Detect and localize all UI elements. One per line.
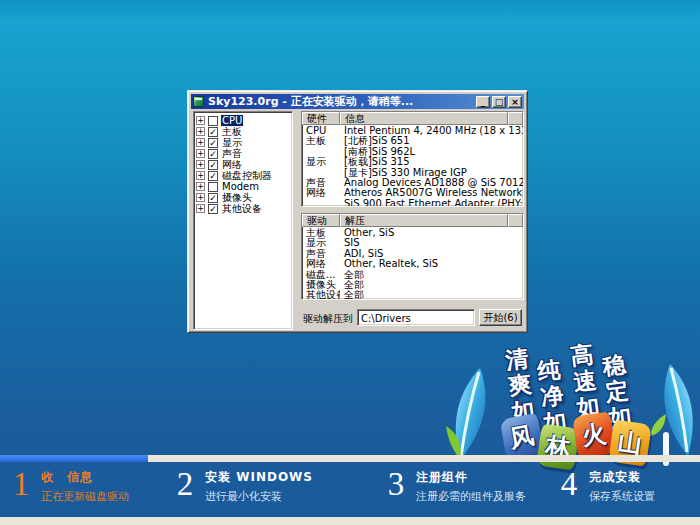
tree-item-display[interactable]: + ✓ 显示 bbox=[196, 137, 292, 148]
checkbox-cpu[interactable] bbox=[208, 116, 218, 126]
checkbox-display[interactable]: ✓ bbox=[208, 138, 218, 148]
table-row[interactable]: 摄像头全部 bbox=[302, 280, 523, 290]
tree-item-modem[interactable]: + Modem bbox=[196, 181, 292, 192]
tree-item-label[interactable]: 摄像头 bbox=[221, 192, 253, 203]
expand-plus-icon[interactable]: + bbox=[196, 160, 205, 169]
column-header-blank[interactable] bbox=[508, 112, 523, 125]
close-icon[interactable]: × bbox=[508, 96, 522, 108]
app-icon bbox=[193, 96, 204, 107]
driver-extract-list: 驱动 解压 主板Other, SiS 显示SIS 声音ADI, SiS 网络Ot… bbox=[301, 213, 524, 300]
checkbox-other-devices[interactable]: ✓ bbox=[208, 204, 218, 214]
cell-extract: SIS bbox=[340, 238, 523, 248]
maximize-icon[interactable]: □ bbox=[492, 96, 506, 108]
cell-driver: 网络 bbox=[302, 259, 340, 269]
expand-plus-icon[interactable]: + bbox=[196, 127, 205, 136]
table-row[interactable]: 主板[北桥]SiS 651 bbox=[302, 136, 523, 146]
table-row[interactable]: 主板Other, SiS bbox=[302, 228, 523, 238]
column-header-driver[interactable]: 驱动 bbox=[302, 214, 340, 227]
hardware-info-list: 硬件 信息 CPUIntel Pentium 4, 2400 MHz (18 x… bbox=[301, 111, 524, 207]
tree-item-mainboard[interactable]: + ✓ 主板 bbox=[196, 126, 292, 137]
setup-progress-track bbox=[0, 455, 700, 462]
title-bar[interactable]: Sky123.0rg - 正在安装驱动，请稍等... _ □ × bbox=[191, 94, 524, 109]
cell-hardware: 主板 bbox=[302, 136, 340, 146]
cell-driver: 摄像头 bbox=[302, 280, 340, 290]
expand-plus-icon[interactable]: + bbox=[196, 138, 205, 147]
step-subtitle: 保存系统设置 bbox=[589, 489, 655, 504]
table-row[interactable]: 声音ADI, SiS bbox=[302, 249, 523, 259]
cell-extract: ADI, SiS bbox=[340, 249, 523, 259]
cell-info: Intel Pentium 4, 2400 MHz (18 x 133) bbox=[340, 126, 523, 136]
table-row[interactable]: [南桥]SiS 962L bbox=[302, 147, 523, 157]
tree-item-label[interactable]: 主板 bbox=[221, 126, 243, 137]
expand-plus-icon[interactable]: + bbox=[196, 116, 205, 125]
expand-plus-icon[interactable]: + bbox=[196, 182, 205, 191]
step-finish-install: 4 完成安装 保存系统设置 bbox=[556, 467, 655, 504]
driver-installer-window: Sky123.0rg - 正在安装驱动，请稍等... _ □ × + CPU +… bbox=[187, 90, 528, 333]
checkbox-disk-controller[interactable]: ✓ bbox=[208, 171, 218, 181]
table-row[interactable]: 显示[板载]SiS 315 bbox=[302, 157, 523, 167]
tree-item-cpu[interactable]: + CPU bbox=[196, 115, 292, 126]
tree-item-other-devices[interactable]: + ✓ 其他设备 bbox=[196, 203, 292, 214]
extract-path-input[interactable]: C:\Drivers bbox=[357, 309, 475, 326]
column-header-hardware[interactable]: 硬件 bbox=[302, 112, 340, 125]
cell-driver: 磁盘... bbox=[302, 270, 340, 280]
table-row[interactable]: 磁盘...全部 bbox=[302, 270, 523, 280]
tree-item-camera[interactable]: + ✓ 摄像头 bbox=[196, 192, 292, 203]
cell-info: Atheros AR5007G Wireless Network Ada... bbox=[340, 188, 523, 198]
step-subtitle: 注册必需的组件及服务 bbox=[416, 489, 526, 504]
expand-plus-icon[interactable]: + bbox=[196, 193, 205, 202]
tree-item-label[interactable]: 声音 bbox=[221, 148, 243, 159]
table-row[interactable]: 网络Other, Realtek, SiS bbox=[302, 259, 523, 269]
step-number: 1 bbox=[8, 467, 34, 501]
step-title: 收 信息 bbox=[41, 469, 129, 486]
tree-item-label[interactable]: CPU bbox=[221, 115, 243, 126]
tree-item-network[interactable]: + ✓ 网络 bbox=[196, 159, 292, 170]
column-header-info[interactable]: 信息 bbox=[340, 112, 508, 125]
step-number: 2 bbox=[172, 467, 198, 501]
step-register-components: 3 注册组件 注册必需的组件及服务 bbox=[383, 467, 526, 504]
minimize-icon[interactable]: _ bbox=[476, 96, 490, 108]
window-title: Sky123.0rg - 正在安装驱动，请稍等... bbox=[208, 94, 476, 109]
step-number: 3 bbox=[383, 467, 409, 501]
table-row[interactable]: [显卡]SiS 330 Mirage IGP bbox=[302, 168, 523, 178]
expand-plus-icon[interactable]: + bbox=[196, 204, 205, 213]
cell-info: [显卡]SiS 330 Mirage IGP bbox=[340, 168, 523, 178]
step-install-windows: 2 安装 WINDOWS 进行最小化安装 bbox=[172, 467, 313, 504]
expand-plus-icon[interactable]: + bbox=[196, 171, 205, 180]
tree-item-label[interactable]: 网络 bbox=[221, 159, 243, 170]
checkbox-sound[interactable]: ✓ bbox=[208, 149, 218, 159]
checkbox-modem[interactable] bbox=[208, 182, 218, 192]
tree-item-label[interactable]: 其他设备 bbox=[221, 203, 263, 214]
table-row[interactable]: CPUIntel Pentium 4, 2400 MHz (18 x 133) bbox=[302, 126, 523, 136]
cell-extract: 全部 bbox=[340, 290, 523, 300]
tree-item-label[interactable]: Modem bbox=[221, 181, 260, 192]
cell-driver: 主板 bbox=[302, 228, 340, 238]
table-row[interactable]: 声音Analog Devices AD1888 @ SiS 7012 Aud..… bbox=[302, 178, 523, 188]
setup-steps-bar: 1 收 信息 正在更新磁盘驱动 2 安装 WINDOWS 进行最小化安装 3 注… bbox=[0, 462, 700, 517]
tree-item-disk-controller[interactable]: + ✓ 磁盘控制器 bbox=[196, 170, 292, 181]
cell-driver: 其他设备 bbox=[302, 290, 340, 300]
checkbox-network[interactable]: ✓ bbox=[208, 160, 218, 170]
cell-hardware: 显示 bbox=[302, 157, 340, 167]
setup-progress-fill bbox=[0, 455, 148, 462]
start-button[interactable]: 开始(6) bbox=[479, 309, 522, 326]
tree-item-sound[interactable]: + ✓ 声音 bbox=[196, 148, 292, 159]
cell-extract: Other, SiS bbox=[340, 228, 523, 238]
checkbox-camera[interactable]: ✓ bbox=[208, 193, 218, 203]
column-header-extract[interactable]: 解压 bbox=[340, 214, 508, 227]
cell-hardware: 声音 bbox=[302, 178, 340, 188]
table-row[interactable]: 网络Atheros AR5007G Wireless Network Ada..… bbox=[302, 188, 523, 198]
device-tree: + CPU + ✓ 主板 + ✓ 显示 + ✓ 声音 + ✓ bbox=[193, 111, 293, 330]
tree-item-label[interactable]: 显示 bbox=[221, 137, 243, 148]
table-row[interactable]: 其他设备全部 bbox=[302, 290, 523, 300]
cell-driver: 显示 bbox=[302, 238, 340, 248]
tree-item-label[interactable]: 磁盘控制器 bbox=[221, 170, 273, 181]
column-header-blank[interactable] bbox=[508, 214, 523, 227]
table-row[interactable]: SiS 900 Fast Ethernet Adapter (PHY: ... bbox=[302, 199, 523, 207]
cell-info: Analog Devices AD1888 @ SiS 7012 Aud... bbox=[340, 178, 523, 188]
table-row[interactable]: 显示SIS bbox=[302, 238, 523, 248]
cell-hardware: CPU bbox=[302, 126, 340, 136]
cell-info: SiS 900 Fast Ethernet Adapter (PHY: ... bbox=[340, 199, 523, 207]
checkbox-mainboard[interactable]: ✓ bbox=[208, 127, 218, 137]
expand-plus-icon[interactable]: + bbox=[196, 149, 205, 158]
